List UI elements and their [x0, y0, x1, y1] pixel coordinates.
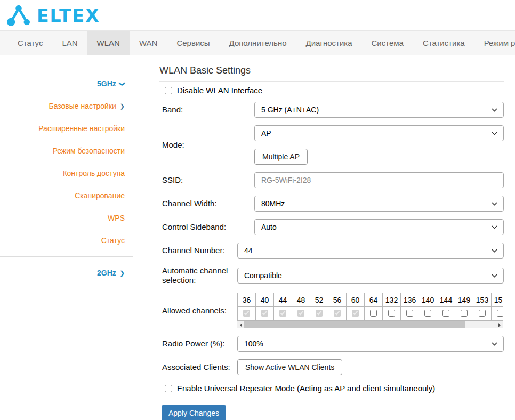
show-active-clients-button[interactable]: Show Active WLAN Clients — [237, 359, 342, 375]
disable-wlan-row: Disable WLAN Interface — [159, 86, 504, 95]
radio-power-row: Radio Power (%): 100% — [159, 336, 504, 352]
tab-services[interactable]: Сервисы — [167, 31, 219, 55]
disable-wlan-label: Disable WLAN Interface — [177, 86, 262, 95]
disable-wlan-checkbox[interactable] — [165, 87, 172, 94]
main-content: WLAN Basic Settings Disable WLAN Interfa… — [133, 55, 515, 420]
channels-scrollbar[interactable] — [237, 321, 503, 328]
sidebar-group-5ghz[interactable]: 5GHz ❯ — [0, 72, 133, 95]
channel-149-checkbox[interactable] — [461, 310, 468, 317]
repeater-label: Enable Universal Repeater Mode (Acting a… — [177, 384, 435, 393]
tab-status[interactable]: Статус — [8, 31, 52, 55]
auto-channel-label: Automatic channel selection: — [159, 266, 237, 285]
sidebar-item-basic-settings[interactable]: Базовые настройки ❯ — [0, 95, 133, 117]
channel-number-select[interactable]: 44 — [237, 243, 504, 259]
page-title: WLAN Basic Settings — [159, 65, 504, 82]
tab-wlan[interactable]: WLAN — [87, 31, 130, 55]
scroll-thumb[interactable] — [244, 321, 465, 328]
radio-power-select[interactable]: 100% — [237, 336, 504, 352]
channel-number-cell: 132 — [383, 293, 401, 307]
tab-statistics[interactable]: Статистика — [413, 31, 474, 55]
channel-number-label: Channel Number: — [159, 246, 237, 255]
sidebar-item-scanning[interactable]: Сканирование — [0, 184, 133, 207]
sidebar-group-2ghz-label: 2GHz — [97, 269, 116, 277]
multiple-ap-button[interactable]: Multiple AP — [254, 149, 308, 165]
chevron-down-icon — [492, 108, 497, 112]
control-sideband-select[interactable]: Auto — [254, 219, 504, 235]
control-sideband-row: Control Sideband: Auto — [159, 219, 504, 235]
mode-label: Mode: — [159, 140, 254, 150]
channel-153-checkbox[interactable] — [479, 310, 486, 317]
sidebar: 5GHz ❯ Базовые настройки ❯ Расширенные н… — [0, 55, 133, 294]
channel-144-checkbox[interactable] — [442, 310, 449, 317]
scroll-left-arrow[interactable] — [237, 321, 244, 328]
channel-157-checkbox[interactable] — [497, 310, 503, 317]
channel-number-cell: 136 — [401, 293, 419, 307]
band-select[interactable]: 5 GHz (A+N+AC) — [254, 102, 504, 118]
sidebar-item-advanced-settings[interactable]: Расширенные настройки — [0, 117, 133, 140]
scroll-right-arrow[interactable] — [496, 321, 503, 328]
apply-changes-button[interactable]: Apply Changes — [162, 405, 226, 420]
band-label: Band: — [159, 105, 254, 115]
auto-channel-row: Automatic channel selection: Compatible — [159, 266, 504, 285]
header: ELTEX — [0, 0, 515, 30]
channel-number-select-value: 44 — [244, 246, 253, 255]
channel-width-select[interactable]: 80MHz — [254, 196, 504, 212]
band-select-value: 5 GHz (A+N+AC) — [261, 106, 319, 114]
sidebar-divider — [0, 256, 133, 257]
logo-text: ELTEX — [37, 7, 100, 25]
channel-number-cell: 140 — [419, 293, 437, 307]
sidebar-group-2ghz[interactable]: 2GHz ❯ — [0, 262, 133, 284]
repeater-checkbox[interactable] — [165, 385, 172, 392]
channel-checkboxes-row — [238, 307, 504, 321]
sidebar-item-label: Сканирование — [75, 191, 125, 200]
channel-number-cell: 64 — [365, 293, 383, 307]
sidebar-item-label: Расширенные настройки — [38, 124, 125, 133]
tab-work-mode[interactable]: Режим работы — [474, 31, 515, 55]
tab-advanced[interactable]: Дополнительно — [220, 31, 296, 55]
channel-number-cell: 144 — [437, 293, 455, 307]
tab-wan[interactable]: WAN — [130, 31, 167, 55]
auto-channel-select[interactable]: Compatible — [237, 268, 504, 284]
channel-36-checkbox — [243, 310, 250, 317]
channel-136-checkbox[interactable] — [406, 310, 413, 317]
channel-number-row: Channel Number: 44 — [159, 243, 504, 259]
channel-number-cell: 52 — [310, 293, 328, 307]
eltex-logo: ELTEX — [5, 4, 100, 27]
channel-56-checkbox — [334, 310, 341, 317]
tab-system[interactable]: Система — [362, 31, 413, 55]
auto-channel-select-value: Compatible — [244, 271, 282, 280]
ssid-input[interactable] — [254, 172, 504, 188]
channel-numbers-row: 36 40 44 48 52 56 60 64 132 136 140 144 — [238, 293, 504, 307]
allowed-channels-label: Allowed channels: — [159, 306, 237, 316]
ssid-label: SSID: — [159, 175, 254, 185]
band-row: Band: 5 GHz (A+N+AC) — [159, 102, 504, 118]
sidebar-item-status[interactable]: Статус — [0, 229, 133, 252]
sidebar-item-security-mode[interactable]: Режим безопасности — [0, 140, 133, 162]
channel-number-cell: 48 — [292, 293, 310, 307]
mode-select[interactable]: AP — [254, 125, 504, 141]
mode-row: Mode: AP Multiple AP — [159, 125, 504, 165]
radio-power-label: Radio Power (%): — [159, 339, 237, 349]
channel-number-cell: 157 — [492, 293, 504, 307]
channel-number-cell: 44 — [274, 293, 292, 307]
channel-number-cell: 153 — [473, 293, 492, 307]
chevron-down-icon — [492, 132, 497, 135]
sidebar-item-label: Режим безопасности — [52, 147, 125, 155]
sidebar-item-wps[interactable]: WPS — [0, 207, 133, 229]
control-sideband-select-value: Auto — [261, 223, 277, 231]
tab-diagnostics[interactable]: Диагностика — [296, 31, 362, 55]
sidebar-item-label: Статус — [101, 236, 125, 245]
channel-width-select-value: 80MHz — [261, 199, 285, 208]
channel-width-label: Channel Width: — [159, 199, 254, 208]
main-nav-tabs: Статус LAN WLAN WAN Сервисы Дополнительн… — [0, 30, 515, 55]
channel-140-checkbox[interactable] — [424, 310, 431, 317]
sidebar-group-5ghz-label: 5GHz — [97, 79, 116, 88]
channel-52-checkbox — [316, 310, 323, 317]
sidebar-item-access-control[interactable]: Контроль доступа — [0, 162, 133, 184]
channel-132-checkbox[interactable] — [388, 310, 395, 317]
chevron-down-icon — [492, 274, 497, 278]
tab-lan[interactable]: LAN — [52, 31, 87, 55]
channel-number-cell: 149 — [455, 293, 473, 307]
chevron-down-icon — [492, 202, 497, 206]
channel-64-checkbox[interactable] — [370, 310, 377, 317]
